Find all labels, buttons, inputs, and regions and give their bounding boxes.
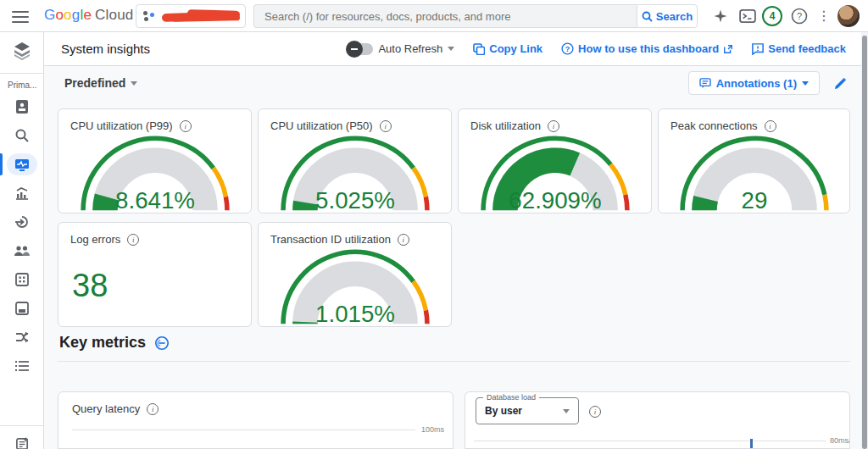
metric-card-log-errors[interactable]: Log errorsi 38: [58, 222, 252, 327]
sidebar-item-system-insights[interactable]: [0, 152, 44, 176]
metric-value: 38: [58, 246, 251, 304]
metric-card-transaction-id-utilization[interactable]: Transaction ID utilizationi 1.015%: [258, 222, 452, 327]
google-cloud-logo: GoogleCloud: [44, 7, 133, 24]
card-title: CPU utilization (P50): [270, 119, 373, 132]
search-input[interactable]: [264, 10, 626, 23]
annotations-button[interactable]: Annotations (1): [688, 71, 820, 95]
logo-cloud-wordmark: Cloud: [95, 7, 133, 23]
chevron-down-icon: [131, 81, 137, 86]
info-icon[interactable]: i: [398, 234, 409, 246]
info-icon[interactable]: i: [589, 406, 601, 418]
page-title: System insights: [61, 42, 150, 56]
gauge-chart: 1.015%: [259, 246, 451, 327]
how-to-use-dashboard-link[interactable]: ? How to use this dashboard: [561, 42, 733, 55]
more-options-kebab-icon[interactable]: ⋮: [814, 6, 834, 26]
info-icon[interactable]: i: [147, 403, 159, 415]
info-icon[interactable]: i: [180, 120, 192, 132]
sidebar-item-connections[interactable]: [0, 210, 44, 234]
card-title: Disk utilization: [470, 119, 541, 132]
predefined-label: Predefined: [64, 76, 125, 90]
send-feedback-label: Send feedback: [768, 42, 846, 55]
chart-bar: [750, 439, 753, 449]
dashboard-toolbar: Predefined Annotations (1): [44, 66, 868, 100]
card-title: Log errors: [70, 233, 120, 246]
section-divider: [58, 361, 850, 362]
gauge-chart: 8.641%: [58, 132, 251, 213]
help-icon[interactable]: ?: [789, 6, 810, 26]
select-floating-label: Database load: [483, 393, 539, 402]
user-avatar[interactable]: [837, 5, 860, 27]
svg-text:5.025%: 5.025%: [315, 187, 395, 213]
svg-text:?: ?: [797, 11, 802, 21]
help-circle-icon: ?: [561, 42, 574, 55]
left-navigation-rail: Prima...: [0, 32, 44, 449]
project-selector[interactable]: [136, 4, 246, 28]
info-icon[interactable]: i: [380, 120, 392, 132]
gemini-sparkle-icon[interactable]: [710, 6, 731, 26]
svg-text:1.015%: 1.015%: [315, 301, 395, 327]
sidebar-item-backups[interactable]: [0, 297, 44, 320]
project-selector-icon: [143, 10, 155, 22]
scrollbar-thumb[interactable]: [862, 36, 867, 449]
copy-link-button[interactable]: Copy Link: [473, 42, 542, 55]
metric-card-cpu-p99[interactable]: CPU utilization (P99)i 8.641%: [58, 108, 252, 213]
database-load-select[interactable]: Database load By user: [476, 397, 579, 424]
send-feedback-button[interactable]: Send feedback: [752, 42, 846, 55]
svg-text:8.641%: 8.641%: [115, 187, 195, 213]
logo-google-wordmark: Google: [44, 7, 92, 23]
menu-icon[interactable]: [12, 8, 29, 25]
sidebar-item-replication[interactable]: [0, 325, 44, 349]
edit-pencil-icon[interactable]: [833, 76, 848, 91]
metric-card-peak-connections[interactable]: Peak connectionsi 29: [658, 108, 850, 213]
search-icon: [642, 11, 653, 22]
search-button[interactable]: Search: [637, 4, 698, 28]
chevron-down-icon[interactable]: [448, 47, 454, 51]
gauge-chart: 62.909%: [459, 132, 651, 213]
gauge-chart: 29: [659, 132, 849, 213]
info-icon[interactable]: i: [765, 120, 776, 132]
page-header: System insights Auto Refresh Copy Link ?…: [44, 32, 868, 66]
sidebar-item-reports[interactable]: [0, 431, 44, 449]
gauge-chart: 5.025%: [259, 132, 451, 213]
notification-count: 4: [770, 10, 776, 22]
select-value: By user: [485, 405, 522, 417]
sidebar-item-search[interactable]: [0, 124, 44, 147]
svg-text:62.909%: 62.909%: [509, 187, 601, 213]
auto-refresh-control[interactable]: Auto Refresh: [348, 42, 454, 55]
sidebar-item-users[interactable]: [0, 239, 44, 263]
chart-gridline: [72, 430, 415, 430]
card-title: Peak connections: [670, 119, 758, 132]
annotation-icon: [699, 78, 711, 88]
sidebar-item-databases[interactable]: [0, 268, 44, 291]
auto-refresh-label: Auto Refresh: [378, 42, 442, 55]
sidebar-item-overview[interactable]: [0, 95, 44, 119]
card-title: CPU utilization (P99): [70, 119, 173, 132]
metric-card-disk-utilization[interactable]: Disk utilizationi 62.909%: [458, 108, 652, 213]
redacted-project-name: [162, 10, 238, 22]
predefined-dropdown[interactable]: Predefined: [64, 76, 137, 90]
sidebar-item-monitoring[interactable]: [0, 181, 44, 205]
database-load-card[interactable]: Database load By user i 80ms/s: [465, 391, 850, 449]
notifications-badge[interactable]: 4: [762, 6, 782, 26]
card-title: Query latency: [72, 402, 140, 415]
info-icon[interactable]: i: [127, 234, 139, 246]
chevron-down-icon: [802, 81, 809, 86]
auto-refresh-toggle[interactable]: [348, 43, 373, 55]
cloud-shell-icon[interactable]: [737, 6, 758, 26]
global-search-bar[interactable]: [253, 4, 637, 28]
vertical-scrollbar[interactable]: [861, 32, 868, 449]
chart-gridline: [474, 441, 826, 441]
query-latency-card[interactable]: Query latencyi 100ms: [58, 391, 453, 449]
info-icon[interactable]: i: [548, 120, 559, 132]
metric-card-cpu-p50[interactable]: CPU utilization (P50)i 5.025%: [258, 108, 452, 213]
card-title: Transaction ID utilization: [270, 233, 391, 246]
external-link-icon: [723, 44, 733, 54]
key-metrics-section-header: Key metrics: [59, 334, 170, 352]
sidebar-item-operations-list[interactable]: [0, 354, 44, 378]
product-logo-icon: [0, 34, 43, 68]
svg-text:?: ?: [565, 45, 570, 53]
top-app-bar: GoogleCloud Search 4 ? ⋮: [0, 0, 868, 32]
section-link-icon[interactable]: [154, 335, 170, 351]
feedback-icon: [752, 43, 764, 55]
how-to-use-dashboard-label: How to use this dashboard: [578, 42, 719, 55]
